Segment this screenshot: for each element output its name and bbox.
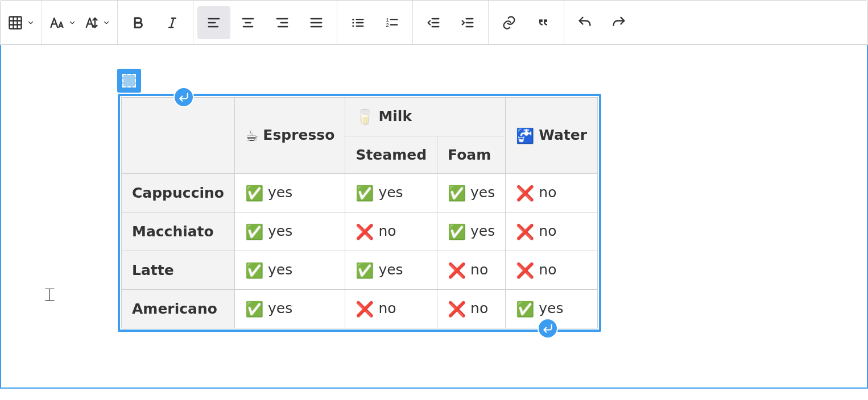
header-espresso[interactable]: ☕Espresso: [235, 98, 345, 174]
cell-steamed[interactable]: ❌no: [345, 213, 437, 251]
header-water[interactable]: 🚰Water: [506, 98, 598, 174]
link-button[interactable]: [493, 6, 526, 39]
toolbar-group-alignment: [193, 1, 337, 44]
cell-value: yes: [378, 184, 403, 201]
cell-steamed[interactable]: ✅yes: [345, 174, 437, 213]
cell-foam[interactable]: ❌no: [437, 290, 506, 328]
return-icon: [542, 323, 553, 334]
cell-espresso[interactable]: ✅yes: [235, 290, 345, 328]
svg-point-26: [352, 25, 354, 27]
check-icon: ✅: [448, 185, 466, 202]
cell-value: yes: [539, 300, 563, 316]
cell-foam[interactable]: ✅yes: [437, 174, 506, 213]
toolbar-group-table: [1, 1, 42, 44]
bold-button[interactable]: [122, 6, 155, 39]
cell-value: no: [539, 223, 556, 239]
numbered-list-button[interactable]: 12: [375, 6, 408, 39]
cell-espresso[interactable]: ✅yes: [235, 213, 345, 251]
cross-icon: ❌: [356, 301, 374, 318]
line-height-button[interactable]: [80, 6, 113, 39]
check-icon: ✅: [245, 262, 263, 279]
increase-indent-icon: [460, 15, 476, 31]
decrease-indent-icon: [425, 15, 441, 31]
cross-icon: ❌: [516, 223, 534, 240]
header-steamed[interactable]: Steamed: [345, 136, 437, 174]
bold-icon: [130, 15, 146, 31]
cell-espresso[interactable]: ✅yes: [235, 174, 345, 213]
table-insert-after-button[interactable]: [538, 318, 558, 339]
chevron-down-icon: [27, 19, 35, 27]
cell-water[interactable]: ❌no: [506, 251, 598, 290]
align-center-icon: [240, 15, 256, 31]
insert-table-button[interactable]: [5, 6, 38, 39]
align-left-button[interactable]: [197, 6, 230, 39]
coffee-cup-icon: ☕: [245, 127, 258, 144]
check-icon: ✅: [356, 185, 374, 202]
bulleted-list-button[interactable]: [341, 6, 374, 39]
cross-icon: ❌: [516, 185, 534, 202]
row-header[interactable]: Latte: [122, 251, 235, 290]
svg-text:2: 2: [386, 22, 389, 28]
italic-icon: [164, 15, 180, 31]
check-icon: ✅: [356, 262, 374, 279]
blockquote-icon: [535, 15, 551, 31]
undo-button[interactable]: [568, 6, 601, 39]
align-justify-icon: [308, 15, 324, 31]
table-row: Macchiato✅yes❌no✅yes❌no: [122, 213, 598, 251]
cross-icon: ❌: [448, 262, 466, 279]
cell-steamed[interactable]: ❌no: [345, 290, 437, 328]
cell-foam[interactable]: ✅yes: [437, 213, 506, 251]
row-header[interactable]: Americano: [122, 290, 235, 328]
cell-value: no: [539, 184, 556, 201]
svg-rect-0: [10, 16, 22, 28]
cell-value: no: [378, 223, 396, 239]
align-center-button[interactable]: [232, 6, 264, 39]
blockquote-button[interactable]: [527, 6, 560, 39]
milk-glass-icon: 🥛: [356, 109, 374, 126]
cell-water[interactable]: ❌no: [506, 174, 598, 213]
check-icon: ✅: [245, 185, 263, 202]
toolbar-group-lists: 12: [337, 1, 413, 44]
table-row: Americano✅yes❌no❌no✅yes: [122, 290, 598, 328]
cell-value: no: [470, 300, 488, 316]
svg-point-24: [352, 18, 354, 20]
toolbar-group-history: [564, 1, 639, 44]
bulleted-list-icon: [350, 15, 366, 31]
chevron-down-icon: [68, 19, 76, 27]
table-row: Latte✅yes✅yes❌no❌no: [122, 251, 598, 290]
table-insert-before-button[interactable]: [173, 87, 194, 107]
cell-value: yes: [268, 223, 292, 239]
table-header-row-1: ☕Espresso 🥛Milk 🚰Water: [122, 98, 598, 136]
line-height-icon: [83, 15, 99, 31]
decrease-indent-button[interactable]: [417, 6, 450, 39]
cell-value: yes: [378, 261, 403, 278]
cell-value: yes: [268, 261, 292, 278]
redo-icon: [611, 15, 627, 31]
cell-steamed[interactable]: ✅yes: [345, 251, 437, 290]
table-widget[interactable]: ☕Espresso 🥛Milk 🚰Water Steamed Foam: [121, 97, 598, 328]
cell-value: no: [378, 300, 396, 316]
row-header[interactable]: Macchiato: [122, 213, 235, 251]
text-caret-icon: ⌶: [45, 285, 55, 303]
editor-canvas[interactable]: ☕Espresso 🥛Milk 🚰Water Steamed Foam: [0, 45, 868, 389]
toolbar-group-basic-styles: [118, 1, 193, 44]
redo-button[interactable]: [602, 6, 635, 39]
row-header[interactable]: Cappuccino: [122, 174, 235, 213]
italic-button[interactable]: [156, 6, 189, 39]
align-right-button[interactable]: [266, 6, 299, 39]
cell-espresso[interactable]: ✅yes: [235, 251, 345, 290]
header-foam[interactable]: Foam: [437, 136, 506, 174]
header-espresso-label: Espresso: [263, 127, 334, 143]
svg-line-11: [171, 18, 174, 27]
cell-water[interactable]: ❌no: [506, 213, 598, 251]
header-blank[interactable]: [122, 98, 235, 174]
font-size-button[interactable]: [46, 6, 79, 39]
check-icon: ✅: [245, 301, 263, 318]
cell-foam[interactable]: ❌no: [437, 251, 506, 290]
increase-indent-button[interactable]: [451, 6, 484, 39]
cell-value: yes: [268, 184, 292, 201]
header-milk[interactable]: 🥛Milk: [345, 98, 506, 136]
table-drag-handle[interactable]: [117, 69, 141, 93]
coffee-table[interactable]: ☕Espresso 🥛Milk 🚰Water Steamed Foam: [121, 97, 598, 328]
align-justify-button[interactable]: [300, 6, 333, 39]
